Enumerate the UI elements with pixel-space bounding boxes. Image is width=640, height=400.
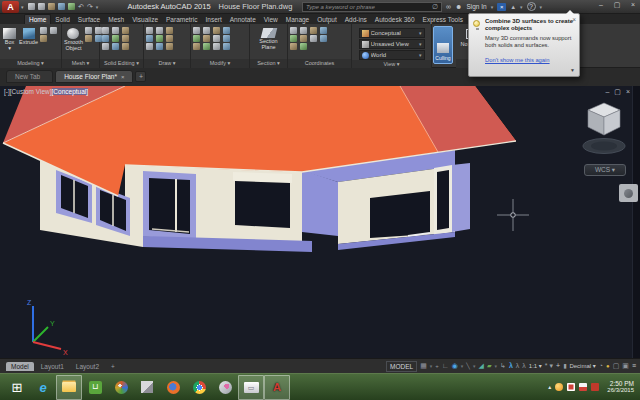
autocad-icon[interactable]: A [264, 375, 290, 400]
tool-icon[interactable] [112, 27, 119, 34]
chrome-icon[interactable] [186, 375, 212, 400]
tray-icon[interactable] [555, 383, 563, 391]
tool-icon[interactable] [122, 27, 129, 34]
wcs-dropdown[interactable]: WCS ▾ [584, 164, 626, 176]
status-toggle-icon[interactable]: ▾ [461, 361, 464, 371]
ribbon-tab[interactable]: Visualize [128, 15, 162, 24]
culling-button[interactable]: Culling [433, 26, 453, 64]
tool-icon[interactable] [290, 43, 297, 50]
maximize-button[interactable]: ▢ [612, 1, 622, 9]
status-toggle-icon[interactable]: ▢ [613, 361, 620, 371]
view-dropdown[interactable]: Unsaved View▾ [359, 39, 425, 49]
tool-icon[interactable] [102, 35, 109, 42]
tool-icon[interactable] [223, 35, 230, 42]
autocad-logo[interactable]: A [2, 1, 19, 13]
tool-icon[interactable] [112, 43, 119, 50]
windows-store-icon[interactable]: ⊔ [82, 375, 108, 400]
tool-icon[interactable] [310, 35, 317, 42]
notification-expand-icon[interactable]: ▼ [570, 67, 575, 73]
tool-icon[interactable] [223, 27, 230, 34]
media-app-icon[interactable] [108, 375, 134, 400]
sign-in-caret-icon[interactable]: ▾ [491, 4, 494, 10]
open-file-icon[interactable] [38, 3, 45, 10]
tool-icon[interactable] [166, 27, 173, 34]
tool-icon[interactable] [102, 43, 109, 50]
status-toggle-icon[interactable]: ● [606, 361, 610, 371]
tool-icon[interactable] [146, 35, 153, 42]
drawing-viewport[interactable]: Z Y X [-][Custom View][Conceptual] – ▢ ×… [0, 86, 640, 358]
notification-close-icon[interactable]: × [572, 16, 576, 23]
panel-label-modify[interactable]: Modify ▾ [191, 59, 249, 68]
tool-icon[interactable] [166, 35, 173, 42]
status-toggle-icon[interactable]: * ▾ [545, 361, 553, 371]
internet-explorer-icon[interactable]: e [30, 375, 56, 400]
status-toggle-icon[interactable]: ◔ [599, 361, 603, 371]
ribbon-tab[interactable]: Insert [201, 15, 225, 24]
file-explorer-icon[interactable] [56, 375, 82, 400]
dont-show-again-link[interactable]: Don't show me this again [485, 57, 550, 63]
panel-label-view[interactable]: View ▾ [352, 60, 431, 68]
help-icon[interactable]: ? [527, 2, 536, 11]
status-toggle-icon[interactable]: λ [516, 361, 520, 371]
tool-icon[interactable] [193, 35, 200, 42]
panel-label-section[interactable]: Section ▾ [250, 59, 287, 68]
tool-icon[interactable] [300, 43, 307, 50]
help-caret-icon[interactable]: ▾ [540, 4, 543, 10]
status-toggle-icon[interactable]: ◉ [452, 361, 458, 371]
status-toggle-icon[interactable]: λ [509, 361, 513, 371]
folder-window-icon[interactable]: ▭ [238, 375, 264, 400]
tool-icon[interactable] [156, 43, 163, 50]
binoculars-icon[interactable]: ∞ [446, 3, 451, 10]
search-icon[interactable]: ∅ [432, 3, 438, 11]
tool-icon[interactable] [310, 27, 317, 34]
tool-icon[interactable] [102, 27, 109, 34]
ribbon-tab[interactable]: Mesh [104, 15, 128, 24]
ribbon-tab[interactable]: Add-ins [341, 15, 371, 24]
tray-icon[interactable] [591, 383, 599, 391]
new-file-icon[interactable] [28, 3, 35, 10]
tool-icon[interactable] [122, 35, 129, 42]
viewport-label-prefix[interactable]: [-][Custom View] [4, 88, 52, 95]
ribbon-tab[interactable]: Output [313, 15, 341, 24]
tool-icon[interactable] [203, 27, 210, 34]
ribbon-tab[interactable]: View [260, 15, 282, 24]
ribbon-tab[interactable]: Home [24, 14, 51, 24]
panel-label-solid-editing[interactable]: Solid Editing ▾ [100, 59, 143, 68]
status-toggle-icon[interactable]: λ [522, 361, 526, 371]
taskbar-clock[interactable]: 2:50 PM 26/3/2015 [607, 380, 634, 394]
close-tab-icon[interactable]: × [121, 71, 125, 83]
ribbon-tab[interactable]: Solid [51, 15, 73, 24]
tool-icon[interactable] [156, 35, 163, 42]
new-drawing-button[interactable]: + [135, 71, 146, 82]
tool-icon[interactable] [146, 43, 153, 50]
status-toggle-icon[interactable]: ▾ [473, 361, 476, 371]
photos-app-icon[interactable] [134, 375, 160, 400]
ribbon-tab[interactable]: Express Tools [419, 15, 467, 24]
infocenter-search[interactable]: Type a keyword or phrase ∅ [302, 2, 442, 12]
tool-icon[interactable] [156, 27, 163, 34]
tool-icon[interactable] [320, 27, 327, 34]
extrude-button[interactable]: Extrude [19, 26, 38, 46]
status-toggle-icon[interactable]: ▾ [430, 361, 433, 371]
movie-maker-icon[interactable] [212, 375, 238, 400]
file-tab[interactable]: House Floor Plan*× [55, 70, 133, 83]
qat-customize-caret-icon[interactable]: ▾ [96, 4, 99, 10]
status-toggle-icon[interactable]: ↳ [500, 361, 506, 371]
app-menu-caret-icon[interactable]: ▾ [21, 4, 24, 10]
viewcube[interactable] [583, 103, 625, 154]
panel-label-coordinates[interactable]: Coordinates [288, 59, 351, 68]
save-icon[interactable] [48, 3, 55, 10]
sign-in-button[interactable]: Sign In [466, 3, 486, 10]
tool-icon[interactable] [203, 43, 210, 50]
ribbon-tab[interactable]: Annotate [226, 15, 260, 24]
layout-tab[interactable]: Layout1 [36, 362, 69, 371]
vp-close-button[interactable]: × [626, 88, 630, 96]
tool-icon[interactable] [213, 43, 220, 50]
exchange-apps-icon[interactable]: × [497, 3, 506, 11]
layout-tab[interactable]: + [106, 362, 120, 371]
save-as-icon[interactable] [58, 3, 65, 10]
status-toggle-icon[interactable]: ≡ [632, 361, 636, 371]
close-button[interactable]: × [628, 1, 638, 9]
layout-tab[interactable]: Model [6, 362, 34, 371]
panel-label-mesh[interactable]: Mesh ▾ [62, 59, 99, 68]
